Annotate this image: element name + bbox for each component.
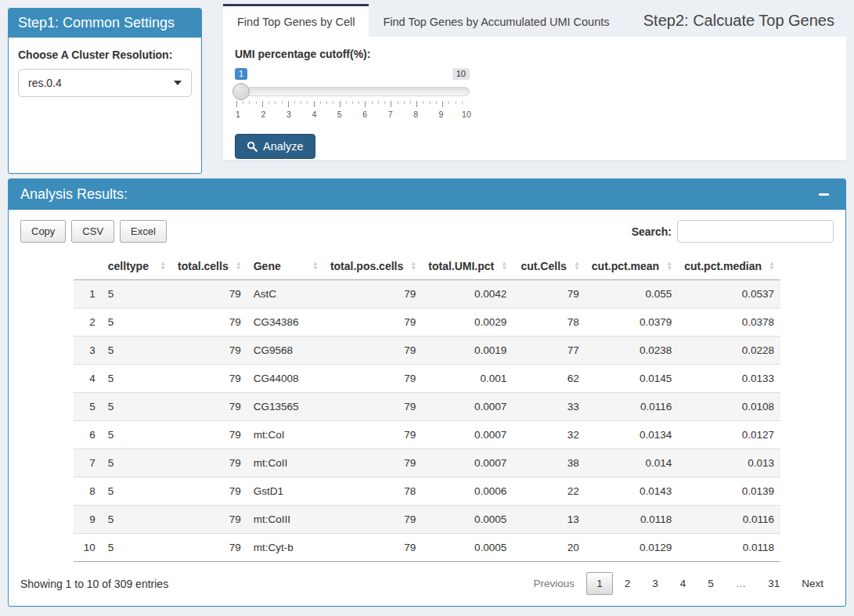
csv-button[interactable]: CSV <box>71 220 114 243</box>
page-button-4[interactable]: 4 <box>670 572 697 595</box>
step1-panel: Step1: Common Settings Choose A Cluster … <box>8 8 202 174</box>
page-button-1[interactable]: 1 <box>586 572 613 595</box>
slider-value-badge: 1 <box>235 68 247 80</box>
sort-icon: ▲▼ <box>160 261 166 271</box>
slider-tick-label: 9 <box>436 110 447 119</box>
analysis-results-title: Analysis Results: <box>20 186 128 203</box>
step2-tabbox: Find Top Genes by Cell Find Top Genes by… <box>223 4 846 160</box>
slider-tick-label: 5 <box>334 110 345 119</box>
analysis-results-panel: Analysis Results: Copy CSV Excel Search:… <box>8 178 846 607</box>
datatable-toolbar: Copy CSV Excel Search: <box>20 220 834 243</box>
column-header-cut-pct-median[interactable]: cut.pct.median▲▼ <box>678 253 780 280</box>
umi-cutoff-slider-label: UMI percentage cutoff(%): <box>235 48 834 60</box>
sort-icon: ▲▼ <box>236 261 242 271</box>
slider-tick-label: 1 <box>232 110 243 119</box>
table-search: Search: <box>632 220 834 243</box>
table-row: 3579CG9568790.0019770.02380.0228 <box>74 337 780 365</box>
slider-grid: 1 2 3 4 5 6 7 8 9 10 <box>236 101 468 120</box>
table-info: Showing 1 to 10 of 309 entries <box>20 578 168 590</box>
tab-label: Find Top Genes by Accumulated UMI Counts <box>383 16 609 28</box>
analysis-results-header: Analysis Results: <box>9 179 845 210</box>
umi-cutoff-slider[interactable]: 1 10 1 2 3 4 5 6 7 8 9 10 <box>235 68 470 121</box>
analysis-results-body: Copy CSV Excel Search: celltype▲▼ total.… <box>9 210 845 605</box>
results-table-header: celltype▲▼ total.cells▲▼ Gene▲▼ total.po… <box>74 253 780 280</box>
slider-tick-marks <box>236 101 468 107</box>
slider-tick-label: 7 <box>385 110 396 119</box>
column-header-index <box>74 253 102 280</box>
slider-tick-labels: 1 2 3 4 5 6 7 8 9 10 <box>232 110 472 119</box>
cluster-resolution-label: Choose A Cluster Resolution: <box>18 49 192 61</box>
page-button-31[interactable]: 31 <box>758 572 790 595</box>
export-buttons: Copy CSV Excel <box>20 220 167 243</box>
table-row: 5579CG13565790.0007330.01160.0108 <box>74 393 780 421</box>
table-row: 4579CG44008790.001620.01450.0133 <box>74 365 780 393</box>
results-table-body: 1579AstC790.0042790.0550.0537 2579CG3438… <box>74 280 780 562</box>
slider-tick-label: 10 <box>461 110 472 119</box>
slider-tick-label: 8 <box>410 110 421 119</box>
sort-icon: ▲▼ <box>410 261 416 271</box>
column-header-gene[interactable]: Gene▲▼ <box>247 253 324 280</box>
slider-tick-label: 6 <box>359 110 370 119</box>
table-row: 1579AstC790.0042790.0550.0537 <box>74 280 780 308</box>
slider-tick-label: 4 <box>308 110 319 119</box>
table-row: 7579mt:CoII790.0007380.0140.013 <box>74 449 780 477</box>
page-button-3[interactable]: 3 <box>642 572 668 595</box>
search-input[interactable] <box>677 220 834 243</box>
slider-tick-label: 3 <box>283 110 294 119</box>
sort-icon: ▲▼ <box>769 261 775 271</box>
sort-icon: ▲▼ <box>574 261 580 271</box>
slider-max-badge: 10 <box>452 68 470 80</box>
column-header-total-cells[interactable]: total.cells▲▼ <box>171 253 247 280</box>
search-label: Search: <box>632 225 672 238</box>
tab-find-top-genes-by-accumulated-umi-counts[interactable]: Find Top Genes by Accumulated UMI Counts <box>369 4 623 37</box>
previous-page-button[interactable]: Previous <box>524 572 586 595</box>
step2-tab-bar: Find Top Genes by Cell Find Top Genes by… <box>223 4 846 37</box>
next-page-button[interactable]: Next <box>791 572 834 595</box>
page-button-2[interactable]: 2 <box>614 572 641 595</box>
column-header-celltype[interactable]: celltype▲▼ <box>102 253 171 280</box>
caret-down-icon <box>174 81 182 85</box>
column-header-cut-cells[interactable]: cut.Cells▲▼ <box>513 253 586 280</box>
slider-tick-label: 2 <box>258 110 268 119</box>
cluster-resolution-value: res.0.4 <box>28 77 62 89</box>
step1-panel-body: Choose A Cluster Resolution: res.0.4 <box>9 38 201 108</box>
page-button-5[interactable]: 5 <box>697 572 724 595</box>
collapse-minus-icon[interactable] <box>819 193 829 196</box>
column-header-total-pos-cells[interactable]: total.pos.cells▲▼ <box>324 253 422 280</box>
slider-track[interactable] <box>235 87 470 96</box>
step2-tab-content: UMI percentage cutoff(%): 1 10 1 2 3 4 5… <box>223 37 846 160</box>
column-header-cut-pct-mean[interactable]: cut.pct.mean▲▼ <box>586 253 678 280</box>
sort-icon: ▲▼ <box>501 261 507 271</box>
sort-icon: ▲▼ <box>312 261 319 271</box>
step2-title: Step2: Calcuate Top Genes <box>643 12 846 30</box>
column-header-total-umi-pct[interactable]: total.UMI.pct▲▼ <box>422 253 513 280</box>
sort-icon: ▲▼ <box>666 261 672 271</box>
table-row: 6579mt:CoI790.0007320.01340.0127 <box>74 421 780 449</box>
table-row: 9579mt:CoIII790.0005130.01180.0116 <box>74 506 780 534</box>
analyze-button-label: Analyze <box>263 140 304 153</box>
results-table: celltype▲▼ total.cells▲▼ Gene▲▼ total.po… <box>74 253 780 562</box>
tab-label: Find Top Genes by Cell <box>237 16 355 28</box>
step1-panel-title: Step1: Common Settings <box>9 9 201 38</box>
search-icon <box>247 141 258 152</box>
tab-find-top-genes-by-cell[interactable]: Find Top Genes by Cell <box>223 4 369 37</box>
excel-button[interactable]: Excel <box>120 220 167 243</box>
table-row: 10579mt:Cyt-b790.0005200.01290.0118 <box>74 534 780 562</box>
pagination-ellipsis: … <box>726 572 757 595</box>
pagination: Previous 1 2 3 4 5 … 31 Next <box>522 572 834 595</box>
table-row: 8579GstD1780.0006220.01430.0139 <box>74 477 780 506</box>
analyze-button[interactable]: Analyze <box>235 134 315 159</box>
table-footer: Showing 1 to 10 of 309 entries Previous … <box>20 572 834 595</box>
slider-handle[interactable] <box>232 83 250 100</box>
copy-button[interactable]: Copy <box>20 220 66 243</box>
table-row: 2579CG34386790.0029780.03790.0378 <box>74 308 780 337</box>
cluster-resolution-select[interactable]: res.0.4 <box>18 69 192 97</box>
